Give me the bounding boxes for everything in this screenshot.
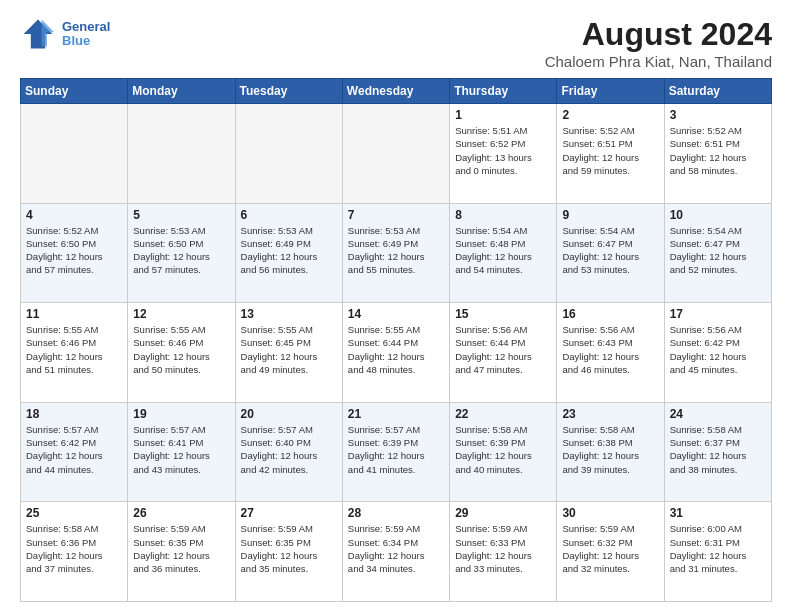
day-header-monday: Monday (128, 79, 235, 104)
day-number: 31 (670, 506, 766, 520)
day-number: 1 (455, 108, 551, 122)
logo-line2: Blue (62, 34, 110, 48)
day-info: Sunrise: 5:58 AM Sunset: 6:37 PM Dayligh… (670, 423, 766, 476)
calendar-cell: 20Sunrise: 5:57 AM Sunset: 6:40 PM Dayli… (235, 402, 342, 502)
day-number: 12 (133, 307, 229, 321)
calendar-table: SundayMondayTuesdayWednesdayThursdayFrid… (20, 78, 772, 602)
calendar-cell: 17Sunrise: 5:56 AM Sunset: 6:42 PM Dayli… (664, 303, 771, 403)
calendar-cell: 1Sunrise: 5:51 AM Sunset: 6:52 PM Daylig… (450, 104, 557, 204)
day-header-sunday: Sunday (21, 79, 128, 104)
day-info: Sunrise: 5:55 AM Sunset: 6:45 PM Dayligh… (241, 323, 337, 376)
day-number: 3 (670, 108, 766, 122)
calendar-week-2: 4Sunrise: 5:52 AM Sunset: 6:50 PM Daylig… (21, 203, 772, 303)
calendar-header-row: SundayMondayTuesdayWednesdayThursdayFrid… (21, 79, 772, 104)
calendar-cell: 5Sunrise: 5:53 AM Sunset: 6:50 PM Daylig… (128, 203, 235, 303)
day-number: 26 (133, 506, 229, 520)
calendar-cell: 30Sunrise: 5:59 AM Sunset: 6:32 PM Dayli… (557, 502, 664, 602)
calendar-cell: 29Sunrise: 5:59 AM Sunset: 6:33 PM Dayli… (450, 502, 557, 602)
day-info: Sunrise: 5:55 AM Sunset: 6:46 PM Dayligh… (133, 323, 229, 376)
calendar-cell: 18Sunrise: 5:57 AM Sunset: 6:42 PM Dayli… (21, 402, 128, 502)
title-block: August 2024 Chaloem Phra Kiat, Nan, Thai… (545, 16, 772, 70)
calendar-cell: 31Sunrise: 6:00 AM Sunset: 6:31 PM Dayli… (664, 502, 771, 602)
logo-line1: General (62, 20, 110, 34)
calendar-cell: 19Sunrise: 5:57 AM Sunset: 6:41 PM Dayli… (128, 402, 235, 502)
calendar-cell: 25Sunrise: 5:58 AM Sunset: 6:36 PM Dayli… (21, 502, 128, 602)
calendar-cell: 8Sunrise: 5:54 AM Sunset: 6:48 PM Daylig… (450, 203, 557, 303)
calendar-cell: 7Sunrise: 5:53 AM Sunset: 6:49 PM Daylig… (342, 203, 449, 303)
calendar-cell: 23Sunrise: 5:58 AM Sunset: 6:38 PM Dayli… (557, 402, 664, 502)
day-info: Sunrise: 5:58 AM Sunset: 6:39 PM Dayligh… (455, 423, 551, 476)
calendar-cell: 3Sunrise: 5:52 AM Sunset: 6:51 PM Daylig… (664, 104, 771, 204)
calendar-cell (128, 104, 235, 204)
day-number: 5 (133, 208, 229, 222)
calendar-cell: 2Sunrise: 5:52 AM Sunset: 6:51 PM Daylig… (557, 104, 664, 204)
day-info: Sunrise: 5:54 AM Sunset: 6:48 PM Dayligh… (455, 224, 551, 277)
day-number: 24 (670, 407, 766, 421)
day-info: Sunrise: 5:59 AM Sunset: 6:32 PM Dayligh… (562, 522, 658, 575)
calendar-cell (21, 104, 128, 204)
day-info: Sunrise: 5:57 AM Sunset: 6:40 PM Dayligh… (241, 423, 337, 476)
day-info: Sunrise: 5:52 AM Sunset: 6:50 PM Dayligh… (26, 224, 122, 277)
day-number: 21 (348, 407, 444, 421)
calendar-week-1: 1Sunrise: 5:51 AM Sunset: 6:52 PM Daylig… (21, 104, 772, 204)
day-info: Sunrise: 5:58 AM Sunset: 6:36 PM Dayligh… (26, 522, 122, 575)
logo-text: General Blue (62, 20, 110, 49)
logo-icon (20, 16, 56, 52)
day-info: Sunrise: 5:59 AM Sunset: 6:35 PM Dayligh… (241, 522, 337, 575)
day-info: Sunrise: 5:58 AM Sunset: 6:38 PM Dayligh… (562, 423, 658, 476)
calendar-cell: 10Sunrise: 5:54 AM Sunset: 6:47 PM Dayli… (664, 203, 771, 303)
day-info: Sunrise: 5:52 AM Sunset: 6:51 PM Dayligh… (670, 124, 766, 177)
day-info: Sunrise: 5:56 AM Sunset: 6:44 PM Dayligh… (455, 323, 551, 376)
calendar-cell: 12Sunrise: 5:55 AM Sunset: 6:46 PM Dayli… (128, 303, 235, 403)
day-info: Sunrise: 5:53 AM Sunset: 6:50 PM Dayligh… (133, 224, 229, 277)
logo: General Blue (20, 16, 110, 52)
calendar-week-3: 11Sunrise: 5:55 AM Sunset: 6:46 PM Dayli… (21, 303, 772, 403)
day-number: 20 (241, 407, 337, 421)
day-header-tuesday: Tuesday (235, 79, 342, 104)
day-header-thursday: Thursday (450, 79, 557, 104)
calendar-cell: 22Sunrise: 5:58 AM Sunset: 6:39 PM Dayli… (450, 402, 557, 502)
header: General Blue August 2024 Chaloem Phra Ki… (20, 16, 772, 70)
day-number: 27 (241, 506, 337, 520)
day-header-friday: Friday (557, 79, 664, 104)
page: General Blue August 2024 Chaloem Phra Ki… (0, 0, 792, 612)
day-number: 25 (26, 506, 122, 520)
day-info: Sunrise: 5:57 AM Sunset: 6:42 PM Dayligh… (26, 423, 122, 476)
day-number: 7 (348, 208, 444, 222)
day-number: 4 (26, 208, 122, 222)
day-info: Sunrise: 5:53 AM Sunset: 6:49 PM Dayligh… (348, 224, 444, 277)
calendar-cell: 13Sunrise: 5:55 AM Sunset: 6:45 PM Dayli… (235, 303, 342, 403)
day-info: Sunrise: 5:53 AM Sunset: 6:49 PM Dayligh… (241, 224, 337, 277)
day-info: Sunrise: 5:59 AM Sunset: 6:34 PM Dayligh… (348, 522, 444, 575)
calendar-title: August 2024 (545, 16, 772, 53)
day-number: 9 (562, 208, 658, 222)
day-number: 14 (348, 307, 444, 321)
day-info: Sunrise: 5:56 AM Sunset: 6:42 PM Dayligh… (670, 323, 766, 376)
day-info: Sunrise: 5:55 AM Sunset: 6:44 PM Dayligh… (348, 323, 444, 376)
day-info: Sunrise: 5:59 AM Sunset: 6:33 PM Dayligh… (455, 522, 551, 575)
day-header-wednesday: Wednesday (342, 79, 449, 104)
calendar-cell: 11Sunrise: 5:55 AM Sunset: 6:46 PM Dayli… (21, 303, 128, 403)
calendar-cell: 9Sunrise: 5:54 AM Sunset: 6:47 PM Daylig… (557, 203, 664, 303)
day-number: 22 (455, 407, 551, 421)
calendar-cell: 27Sunrise: 5:59 AM Sunset: 6:35 PM Dayli… (235, 502, 342, 602)
calendar-cell: 16Sunrise: 5:56 AM Sunset: 6:43 PM Dayli… (557, 303, 664, 403)
calendar-cell: 4Sunrise: 5:52 AM Sunset: 6:50 PM Daylig… (21, 203, 128, 303)
day-number: 11 (26, 307, 122, 321)
day-number: 15 (455, 307, 551, 321)
calendar-cell: 28Sunrise: 5:59 AM Sunset: 6:34 PM Dayli… (342, 502, 449, 602)
calendar-cell: 21Sunrise: 5:57 AM Sunset: 6:39 PM Dayli… (342, 402, 449, 502)
day-number: 23 (562, 407, 658, 421)
calendar-cell (342, 104, 449, 204)
day-number: 6 (241, 208, 337, 222)
day-number: 17 (670, 307, 766, 321)
day-number: 10 (670, 208, 766, 222)
day-number: 19 (133, 407, 229, 421)
day-info: Sunrise: 5:52 AM Sunset: 6:51 PM Dayligh… (562, 124, 658, 177)
day-number: 29 (455, 506, 551, 520)
calendar-cell: 14Sunrise: 5:55 AM Sunset: 6:44 PM Dayli… (342, 303, 449, 403)
day-number: 28 (348, 506, 444, 520)
day-info: Sunrise: 5:56 AM Sunset: 6:43 PM Dayligh… (562, 323, 658, 376)
day-info: Sunrise: 5:59 AM Sunset: 6:35 PM Dayligh… (133, 522, 229, 575)
calendar-cell: 6Sunrise: 5:53 AM Sunset: 6:49 PM Daylig… (235, 203, 342, 303)
